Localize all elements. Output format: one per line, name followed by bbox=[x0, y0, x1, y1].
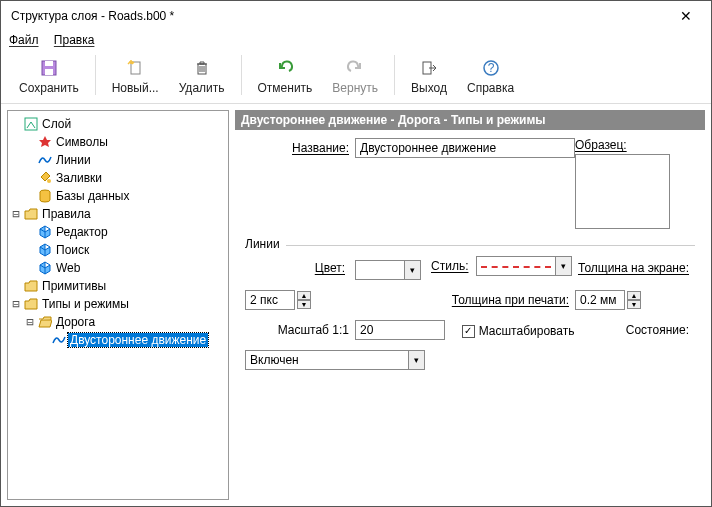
folder-open-icon bbox=[36, 315, 54, 329]
screen-thickness-spinner[interactable]: ▲▼ bbox=[245, 290, 311, 310]
spin-down[interactable]: ▼ bbox=[627, 300, 641, 309]
help-icon: ? bbox=[482, 57, 500, 79]
tree-web[interactable]: Web bbox=[10, 259, 226, 277]
close-button[interactable]: ✕ bbox=[671, 8, 701, 24]
svg-point-9 bbox=[47, 179, 51, 183]
tree-types[interactable]: ⊟Типы и режимы bbox=[10, 295, 226, 313]
tree-lines[interactable]: Линии bbox=[10, 151, 226, 169]
cube-icon bbox=[36, 261, 54, 275]
chevron-down-icon: ▾ bbox=[408, 351, 424, 369]
scale-checkbox[interactable]: ✓Масштабировать bbox=[462, 324, 575, 338]
sample-label: Образец: bbox=[575, 138, 695, 152]
spin-up[interactable]: ▲ bbox=[627, 291, 641, 300]
exit-icon bbox=[420, 57, 438, 79]
sample-preview bbox=[575, 154, 670, 229]
help-button[interactable]: ? Справка bbox=[457, 55, 524, 97]
checkbox-icon: ✓ bbox=[462, 325, 475, 338]
print-thickness-spinner[interactable]: ▲▼ bbox=[575, 290, 641, 310]
tree-view[interactable]: Слой Символы Линии Заливки Базы данных ⊟… bbox=[7, 110, 229, 500]
tree-road[interactable]: ⊟Дорога bbox=[10, 313, 226, 331]
svg-rect-8 bbox=[25, 118, 37, 130]
new-button[interactable]: Новый... bbox=[102, 55, 169, 97]
save-icon bbox=[40, 57, 58, 79]
menu-file[interactable]: Файл bbox=[9, 33, 39, 47]
tree-db[interactable]: Базы данных bbox=[10, 187, 226, 205]
tree-search[interactable]: Поиск bbox=[10, 241, 226, 259]
menu-edit[interactable]: Правка bbox=[54, 33, 95, 47]
tree-symbols[interactable]: Символы bbox=[10, 133, 226, 151]
tree-editor[interactable]: Редактор bbox=[10, 223, 226, 241]
layer-icon bbox=[22, 117, 40, 131]
style-label: Стиль: bbox=[431, 259, 468, 273]
window-title: Структура слоя - Roads.b00 * bbox=[11, 9, 671, 23]
spin-up[interactable]: ▲ bbox=[297, 291, 311, 300]
save-button[interactable]: Сохранить bbox=[9, 55, 89, 97]
tree-rules[interactable]: ⊟Правила bbox=[10, 205, 226, 223]
undo-button[interactable]: Отменить bbox=[248, 55, 323, 97]
name-input[interactable] bbox=[355, 138, 575, 158]
redo-icon bbox=[346, 57, 364, 79]
tree-twoway[interactable]: Двустороннее движение bbox=[10, 331, 226, 349]
exit-button[interactable]: Выход bbox=[401, 55, 457, 97]
redo-button[interactable]: Вернуть bbox=[322, 55, 388, 97]
scale-label: Масштаб 1:1 bbox=[245, 323, 355, 337]
panel-header: Двустороннее движение - Дорога - Типы и … bbox=[235, 110, 705, 130]
state-combo[interactable]: Включен▾ bbox=[245, 350, 425, 370]
undo-icon bbox=[276, 57, 294, 79]
svg-rect-1 bbox=[45, 61, 53, 66]
wave-icon bbox=[36, 153, 54, 167]
cube-icon bbox=[36, 225, 54, 239]
scale-input[interactable] bbox=[355, 320, 445, 340]
svg-text:?: ? bbox=[487, 61, 494, 75]
folder-icon bbox=[22, 297, 40, 311]
screen-thickness-label: Толщина на экране: bbox=[575, 261, 695, 275]
database-icon bbox=[36, 189, 54, 203]
new-icon bbox=[126, 57, 144, 79]
color-combo[interactable]: ▾ bbox=[355, 260, 421, 280]
star-icon bbox=[36, 135, 54, 149]
tree-root[interactable]: Слой bbox=[10, 115, 226, 133]
color-label: Цвет: bbox=[245, 261, 355, 275]
wave-icon bbox=[50, 333, 68, 347]
bucket-icon bbox=[36, 171, 54, 185]
tree-primitives[interactable]: Примитивы bbox=[10, 277, 226, 295]
folder-icon bbox=[22, 207, 40, 221]
tree-fills[interactable]: Заливки bbox=[10, 169, 226, 187]
cube-icon bbox=[36, 243, 54, 257]
folder-icon bbox=[22, 279, 40, 293]
style-combo[interactable]: ▾ bbox=[476, 256, 572, 276]
lines-group-label: Линии bbox=[245, 237, 286, 251]
svg-rect-2 bbox=[45, 69, 53, 75]
trash-icon bbox=[193, 57, 211, 79]
name-label: Название: bbox=[245, 141, 355, 155]
delete-button[interactable]: Удалить bbox=[169, 55, 235, 97]
chevron-down-icon: ▾ bbox=[404, 261, 420, 279]
print-thickness-label: Толщина при печати: bbox=[355, 293, 575, 307]
spin-down[interactable]: ▼ bbox=[297, 300, 311, 309]
chevron-down-icon: ▾ bbox=[555, 257, 571, 275]
state-label: Состояние: bbox=[575, 323, 695, 337]
